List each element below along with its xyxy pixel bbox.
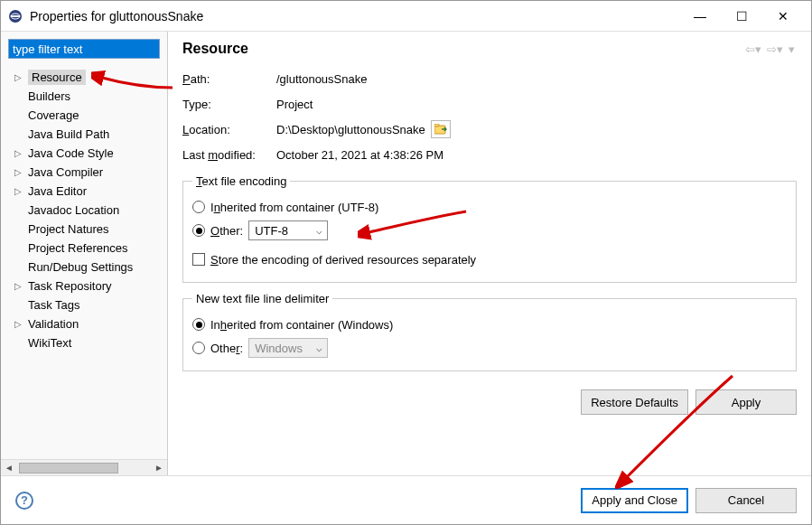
encoding-other-radio[interactable] — [192, 224, 205, 237]
sidebar: ▷ResourceBuildersCoverageJava Build Path… — [1, 32, 168, 475]
encoding-inherited-label: Inherited from container (UTF-8) — [210, 201, 378, 214]
expand-icon[interactable]: ▷ — [13, 186, 23, 196]
location-label: Location: — [182, 123, 276, 136]
tree-item-label: Javadoc Location — [28, 203, 119, 217]
sidebar-hscroll[interactable]: ◄ ► — [1, 459, 167, 475]
tree-item-label: Coverage — [28, 108, 79, 122]
encoding-legend: Text file encoding — [192, 174, 290, 188]
apply-button[interactable]: Apply — [695, 389, 797, 415]
filter-input[interactable] — [8, 39, 160, 59]
svg-rect-2 — [11, 15, 20, 17]
modified-label: Last modified: — [182, 148, 276, 162]
tree-item-label: Java Build Path — [28, 127, 109, 141]
window-title: Properties for gluttonousSnake — [30, 9, 679, 23]
modified-value: October 21, 2021 at 4:38:26 PM — [276, 148, 797, 162]
expand-icon[interactable]: ▷ — [13, 148, 23, 158]
location-value: D:\Desktop\gluttonousSnake — [276, 123, 425, 136]
tree-item-label: Task Tags — [28, 298, 80, 312]
svg-rect-4 — [434, 124, 439, 127]
encoding-other-label: Other: — [210, 224, 243, 238]
nav-forward-icon[interactable]: ⇨▾ — [765, 42, 785, 56]
scroll-right-icon[interactable]: ► — [151, 463, 167, 473]
tree-item-resource[interactable]: ▷Resource — [1, 68, 167, 87]
tree-item-project-natures[interactable]: Project Natures — [1, 220, 167, 239]
tree-item-label: Java Code Style — [28, 146, 114, 160]
page-title: Resource — [182, 41, 743, 57]
close-button[interactable]: ✕ — [762, 3, 804, 30]
tree-item-label: Task Repository — [28, 279, 111, 293]
tree-item-javadoc-location[interactable]: Javadoc Location — [1, 201, 167, 220]
tree-item-label: WikiText — [28, 336, 71, 350]
delimiter-inherited-radio[interactable] — [192, 318, 205, 331]
main-panel: Resource ⇦▾ ⇨▾ ▾ Path: /gluttonousSnake … — [168, 32, 811, 475]
category-tree[interactable]: ▷ResourceBuildersCoverageJava Build Path… — [1, 66, 167, 459]
restore-defaults-button[interactable]: Restore Defaults — [581, 389, 688, 415]
tree-item-label: Java Compiler — [28, 165, 103, 179]
tree-item-label: Run/Debug Settings — [28, 260, 133, 274]
delimiter-combo: Windows — [248, 338, 328, 358]
encoding-group: Text file encoding Inherited from contai… — [182, 174, 797, 283]
expand-icon[interactable]: ▷ — [13, 72, 23, 82]
nav-menu-icon[interactable]: ▾ — [787, 42, 797, 56]
tree-item-task-repository[interactable]: ▷Task Repository — [1, 277, 167, 295]
tree-item-run-debug-settings[interactable]: Run/Debug Settings — [1, 258, 167, 277]
type-value: Project — [276, 98, 797, 111]
tree-item-task-tags[interactable]: Task Tags — [1, 295, 167, 314]
tree-item-java-editor[interactable]: ▷Java Editor — [1, 182, 167, 201]
path-value: /gluttonousSnake — [276, 72, 797, 86]
nav-history: ⇦▾ ⇨▾ ▾ — [743, 42, 797, 56]
tree-item-wikitext[interactable]: WikiText — [1, 333, 167, 352]
tree-item-builders[interactable]: Builders — [1, 87, 167, 106]
tree-item-validation[interactable]: ▷Validation — [1, 314, 167, 333]
expand-icon[interactable]: ▷ — [13, 319, 23, 329]
store-encoding-check[interactable] — [192, 253, 205, 266]
delimiter-other-label: Other: — [210, 342, 243, 355]
type-label: Type: — [182, 98, 276, 111]
expand-icon[interactable]: ▷ — [13, 281, 23, 291]
help-icon[interactable]: ? — [15, 492, 33, 510]
tree-item-java-code-style[interactable]: ▷Java Code Style — [1, 144, 167, 163]
tree-item-project-references[interactable]: Project References — [1, 239, 167, 258]
path-label: Path: — [182, 72, 276, 86]
store-encoding-label: Store the encoding of derived resources … — [210, 253, 476, 267]
delimiter-group: New text file line delimiter Inherited f… — [182, 292, 797, 371]
scroll-thumb[interactable] — [19, 463, 118, 473]
tree-item-label: Validation — [28, 317, 79, 331]
delimiter-legend: New text file line delimiter — [192, 292, 332, 305]
tree-item-label: Java Editor — [28, 184, 87, 198]
tree-item-java-build-path[interactable]: Java Build Path — [1, 125, 167, 144]
apply-and-close-button[interactable]: Apply and Close — [581, 488, 688, 513]
delimiter-inherited-label: Inherited from container (Windows) — [210, 318, 393, 332]
show-in-explorer-button[interactable] — [431, 120, 451, 138]
expand-icon[interactable]: ▷ — [13, 167, 23, 177]
encoding-inherited-radio[interactable] — [192, 201, 205, 213]
tree-item-label: Project Natures — [28, 222, 109, 236]
bottom-bar: ? Apply and Close Cancel — [1, 475, 811, 524]
encoding-combo[interactable]: UTF-8 — [248, 220, 328, 240]
tree-item-coverage[interactable]: Coverage — [1, 106, 167, 125]
titlebar: Properties for gluttonousSnake — ☐ ✕ — [1, 1, 811, 32]
maximize-button[interactable]: ☐ — [721, 3, 762, 30]
cancel-button[interactable]: Cancel — [695, 488, 797, 513]
minimize-button[interactable]: — — [679, 3, 721, 30]
tree-item-label: Resource — [28, 70, 86, 85]
scroll-left-icon[interactable]: ◄ — [1, 463, 17, 473]
eclipse-icon — [8, 9, 23, 23]
nav-back-icon[interactable]: ⇦▾ — [743, 42, 763, 56]
tree-item-java-compiler[interactable]: ▷Java Compiler — [1, 163, 167, 182]
delimiter-other-radio[interactable] — [192, 342, 205, 354]
tree-item-label: Project References — [28, 241, 128, 255]
tree-item-label: Builders — [28, 89, 70, 103]
